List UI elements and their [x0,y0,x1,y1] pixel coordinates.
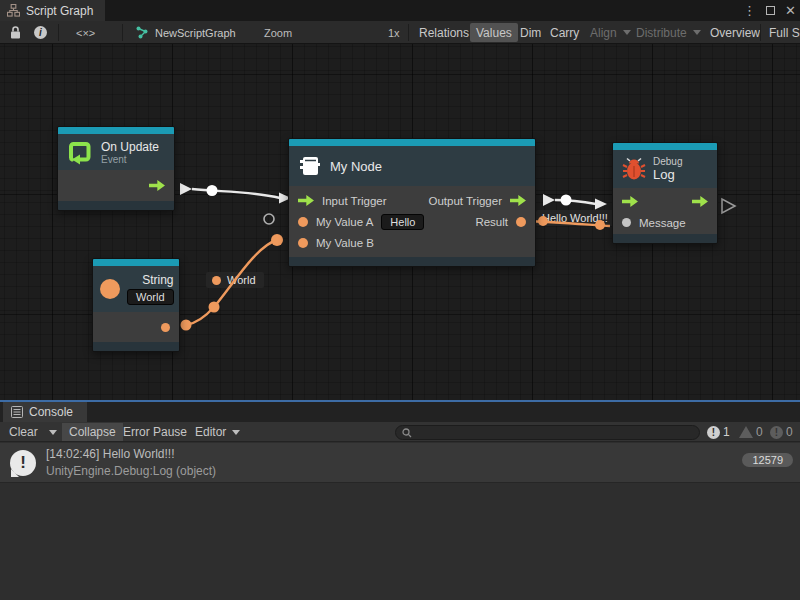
values-label: Values [476,26,512,40]
node-subtitle: Event [101,154,159,165]
toolbar-separator [760,24,761,41]
warning-icon [739,426,753,438]
toolbar-separator [122,24,123,41]
console-search-field[interactable] [395,425,700,440]
console-tab-icon [11,406,23,418]
wire-onupdate-to-mynode[interactable] [192,189,280,198]
my-value-a-port[interactable] [298,217,308,227]
error-pause-button[interactable]: Error Pause [116,423,194,441]
port-label: Result [475,216,508,228]
tab-script-graph[interactable]: Script Graph [0,0,105,21]
port-label: Input Trigger [322,195,387,207]
tab-console[interactable]: Console [3,402,87,422]
lock-button[interactable] [4,23,27,42]
value-dot-icon [212,276,221,285]
clear-dropdown-button[interactable] [42,423,64,441]
clear-label: Clear [9,425,38,439]
window-maximize-icon[interactable] [766,6,775,15]
node-on-update[interactable]: On Update Event [57,126,175,211]
port-label: Message [639,217,686,229]
editor-label: Editor [195,425,226,439]
node-debug-log[interactable]: Debug Log Message [612,142,718,244]
wire-start-triangle [543,194,555,206]
tab-script-graph-label: Script Graph [26,4,93,18]
empty-flow-triangle [722,199,735,213]
output-trigger-port[interactable] [149,180,165,191]
code-icon: <×> [76,27,95,39]
fullscreen-label: Full Screen [769,26,800,40]
node-string[interactable]: String World [92,258,180,352]
wire-value-label-world: World [206,272,264,288]
values-button[interactable]: Values [470,23,518,42]
lock-icon [10,26,21,39]
wire-start-triangle [180,183,192,195]
graph-asset-button[interactable]: NewScriptGraph [130,23,242,42]
chevron-down-icon [232,430,240,435]
search-icon [402,428,412,438]
clear-button[interactable]: Clear [2,423,45,441]
node-title: Log [653,167,682,182]
wire-mynode-to-debuglog[interactable] [555,200,596,204]
wire-value-hello-world-text: Hello World!!! [542,212,608,224]
node-subtitle: Debug [653,156,682,167]
window-close-icon[interactable]: ✕ [785,3,796,18]
chevron-down-icon [49,430,57,435]
message-port[interactable] [622,218,631,227]
node-accent-bar [289,139,535,146]
fullscreen-button[interactable]: Full Screen [763,23,800,42]
input-trigger-port[interactable] [298,195,314,206]
dim-label: Dim [520,26,541,40]
info-button[interactable]: i [28,23,53,42]
output-trigger-port[interactable] [510,195,526,206]
overview-button[interactable]: Overview [704,23,766,42]
relations-button[interactable]: Relations [413,23,475,42]
string-value-input[interactable]: World [127,289,174,305]
distribute-button[interactable]: Distribute [630,23,707,42]
zoom-value: 1x [388,27,400,39]
log-message-line: [14:02:46] Hello World!!! [46,447,175,461]
node-title: String [142,273,173,287]
carry-button[interactable]: Carry [544,23,585,42]
info-count-toggle[interactable]: ! 1 [702,423,735,441]
my-value-a-input[interactable]: Hello [381,214,424,230]
log-bang-glyph: ! [20,453,26,473]
string-output-port[interactable] [161,323,170,332]
log-stacktrace-line: UnityEngine.Debug:Log (object) [46,464,216,478]
error-count-toggle[interactable]: ! 0 [765,423,798,441]
info-log-icon: ! [707,426,720,439]
collapse-button[interactable]: Collapse [62,423,123,441]
wire-value-world-text: World [227,274,256,286]
node-footer [58,201,174,210]
info-icon: i [34,26,47,39]
graph-canvas[interactable]: World Hello World!!! [0,44,800,400]
wire-flow-dot [561,195,572,206]
dim-button[interactable]: Dim [514,23,547,42]
error-icon: ! [770,426,783,439]
output-trigger-port[interactable] [692,196,708,207]
console-tab-bar: Console [0,402,800,422]
window-menu-icon[interactable]: ⋮ [743,3,756,18]
log-info-bubble-icon: ! [10,450,36,476]
wire-value-dot [271,234,283,246]
info-count: 1 [723,425,730,439]
my-value-b-port[interactable] [298,238,308,248]
editor-dropdown-button[interactable]: Editor [188,423,247,441]
toolbar-separator [58,24,59,41]
node-footer [93,342,179,351]
console-panel: Console Clear Collapse Error Pause Edito… [0,400,800,600]
wire-arrowhead [595,199,607,210]
graph-asset-icon [136,26,149,39]
result-port[interactable] [516,217,526,227]
input-trigger-port[interactable] [622,196,638,207]
console-log-entry[interactable]: ! [14:02:46] Hello World!!! UnityEngine.… [0,443,800,483]
toolbar-separator [408,24,409,41]
tab-console-label: Console [29,405,73,419]
script-graph-tab-icon [7,4,20,17]
align-button[interactable]: Align [584,23,637,42]
string-type-icon [100,279,120,299]
warning-count-toggle[interactable]: 0 [734,423,768,441]
error-count: 0 [786,425,793,439]
empty-port-circle [264,214,274,224]
edit-code-button[interactable]: <×> [70,23,101,42]
node-my-node[interactable]: My Node Input Trigger Output Trigger My … [288,138,536,267]
